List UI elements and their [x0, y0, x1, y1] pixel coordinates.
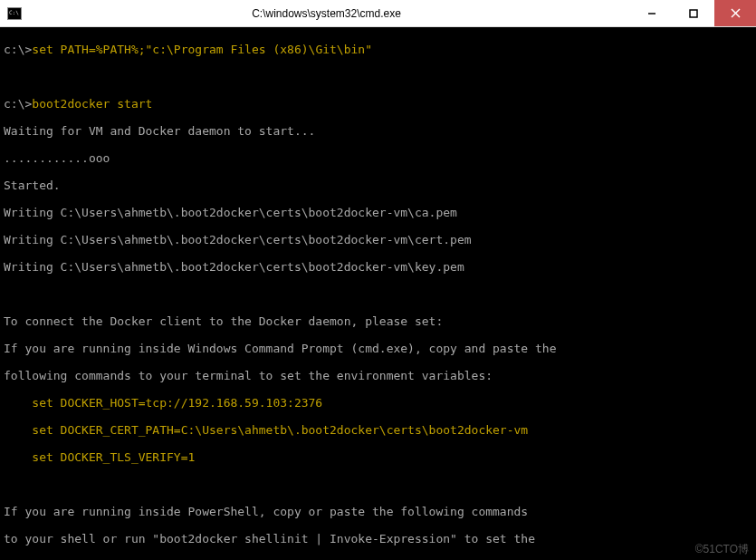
prompt: c:\> — [4, 43, 32, 56]
command-text: set PATH=%PATH%;"c:\Program Files (x86)\… — [32, 43, 372, 56]
window-title: C:\windows\system32\cmd.exe — [22, 7, 631, 20]
blank-line — [4, 70, 752, 83]
window-titlebar: C:\windows\system32\cmd.exe — [0, 0, 756, 27]
output-line: ............ooo — [4, 151, 752, 165]
output-line: following commands to your terminal to s… — [4, 369, 752, 382]
output-env: set DOCKER_TLS_VERIFY=1 — [4, 450, 752, 464]
prompt: c:\> — [4, 97, 32, 111]
svg-rect-1 — [690, 10, 697, 17]
output-line: to your shell or run "boot2docker shelli… — [4, 532, 752, 546]
blank-line — [4, 478, 752, 491]
maximize-button[interactable] — [673, 0, 714, 26]
output-line: If you are running inside Windows Comman… — [4, 342, 752, 355]
terminal-area[interactable]: c:\>set PATH=%PATH%;"c:\Program Files (x… — [0, 27, 756, 560]
blank-line — [4, 287, 752, 301]
minimize-button[interactable] — [631, 0, 673, 26]
app-icon — [7, 7, 22, 20]
output-line: Started. — [4, 179, 752, 192]
output-line: Writing C:\Users\ahmetb\.boot2docker\cer… — [4, 233, 752, 246]
cmd-line: c:\>boot2docker start — [4, 97, 752, 111]
command-text: boot2docker start — [32, 97, 152, 111]
output-line: Writing C:\Users\ahmetb\.boot2docker\cer… — [4, 260, 752, 274]
cmd-line: c:\>set PATH=%PATH%;"c:\Program Files (x… — [4, 43, 752, 56]
output-line: Writing C:\Users\ahmetb\.boot2docker\cer… — [4, 206, 752, 219]
output-env: set DOCKER_CERT_PATH=C:\Users\ahmetb\.bo… — [4, 423, 752, 437]
output-env: set DOCKER_HOST=tcp://192.168.59.103:237… — [4, 396, 752, 410]
close-button[interactable] — [714, 0, 756, 26]
watermark: ©51CTO博 — [695, 543, 749, 556]
output-line: Waiting for VM and Docker daemon to star… — [4, 124, 752, 138]
output-line: If you are running inside PowerShell, co… — [4, 505, 752, 518]
window-controls — [631, 0, 756, 26]
output-line: To connect the Docker client to the Dock… — [4, 314, 752, 328]
